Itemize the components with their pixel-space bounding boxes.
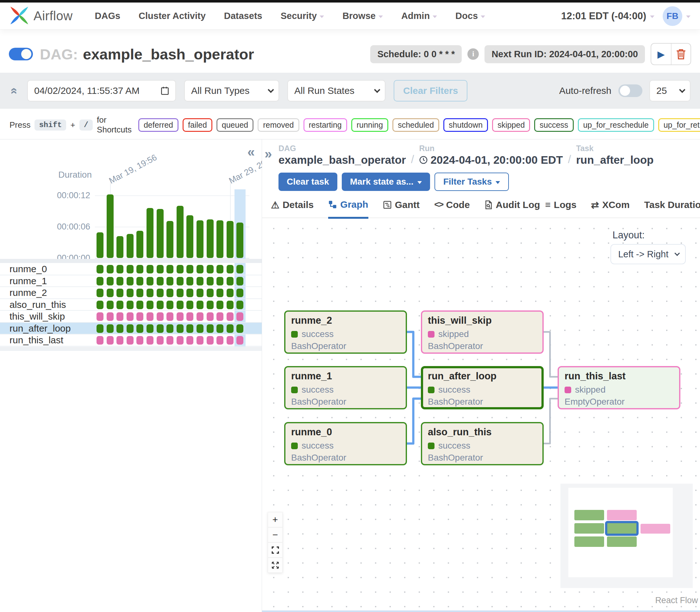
task-instance-square[interactable] xyxy=(177,301,184,309)
task-instance-square[interactable] xyxy=(107,324,113,333)
task-instance-square[interactable] xyxy=(126,289,134,297)
duration-bar[interactable] xyxy=(207,219,214,258)
task-instance-square[interactable] xyxy=(197,265,203,274)
graph-node-runme_0[interactable]: runme_0successBashOperator xyxy=(284,422,407,465)
graph-node-run_after_loop[interactable]: run_after_loopsuccessBashOperator xyxy=(421,366,544,409)
task-instance-square[interactable] xyxy=(96,289,104,297)
task-instance-square[interactable] xyxy=(117,336,123,345)
duration-bar[interactable] xyxy=(227,221,233,258)
tab-task-duration[interactable]: Task Duration xyxy=(644,199,700,217)
duration-bar[interactable] xyxy=(197,220,203,258)
task-instance-square[interactable] xyxy=(166,336,173,345)
task-instance-square[interactable] xyxy=(216,336,224,345)
clear-task-button[interactable]: Clear task xyxy=(279,172,337,191)
task-instance-square[interactable] xyxy=(186,277,193,286)
task-instance-square[interactable] xyxy=(157,265,164,274)
task-row-runme_2[interactable]: runme_2 xyxy=(0,287,262,299)
dag-pause-toggle[interactable] xyxy=(9,48,33,60)
task-instance-square[interactable] xyxy=(166,289,173,297)
task-instance-square[interactable] xyxy=(136,265,143,274)
task-instance-square[interactable] xyxy=(186,301,193,309)
task-instance-square[interactable] xyxy=(216,312,224,321)
page-size-select[interactable]: 25 xyxy=(649,80,690,101)
tab-gantt[interactable]: Gantt xyxy=(383,199,420,217)
task-instance-square[interactable] xyxy=(227,289,233,297)
breadcrumb-dag[interactable]: DAG example_bash_operator xyxy=(279,144,406,166)
minimap[interactable] xyxy=(561,484,693,588)
duration-bar[interactable] xyxy=(107,194,113,258)
task-instance-square[interactable] xyxy=(227,277,233,286)
state-badge-scheduled[interactable]: scheduled xyxy=(392,118,439,132)
task-instance-square[interactable] xyxy=(227,301,233,309)
task-instance-square[interactable] xyxy=(207,324,214,333)
graph-node-runme_1[interactable]: runme_1successBashOperator xyxy=(284,366,407,409)
task-instance-square[interactable] xyxy=(147,265,153,274)
duration-bar[interactable] xyxy=(136,231,143,258)
task-instance-square[interactable] xyxy=(166,265,173,274)
task-instance-square[interactable] xyxy=(117,301,123,309)
task-instance-square[interactable] xyxy=(207,277,214,286)
airflow-brand[interactable]: Airflow xyxy=(10,6,73,27)
task-instance-square[interactable] xyxy=(237,324,243,333)
breadcrumb-task[interactable]: Task run_after_loop xyxy=(576,144,654,166)
tab-logs[interactable]: ≡Logs xyxy=(545,199,577,217)
task-instance-square[interactable] xyxy=(216,301,224,309)
duration-bar[interactable] xyxy=(147,208,153,258)
grid-scroll-strip[interactable] xyxy=(0,347,262,351)
state-badge-up_for_reschedule[interactable]: up_for_reschedule xyxy=(578,118,654,132)
task-instance-square[interactable] xyxy=(186,289,193,297)
task-instance-square[interactable] xyxy=(237,336,243,345)
state-badge-success[interactable]: success xyxy=(534,118,574,132)
nav-item-datasets[interactable]: Datasets xyxy=(224,11,262,21)
task-instance-square[interactable] xyxy=(126,336,134,345)
task-instance-square[interactable] xyxy=(126,301,134,309)
task-instance-square[interactable] xyxy=(117,265,123,274)
task-instance-square[interactable] xyxy=(157,289,164,297)
state-badge-up_for_retry[interactable]: up_for_retry xyxy=(658,118,700,132)
trigger-dag-button[interactable]: ▶ xyxy=(651,44,671,65)
task-row-also_run_this[interactable]: also_run_this xyxy=(0,299,262,311)
fullscreen-button[interactable] xyxy=(268,558,283,573)
task-instance-square[interactable] xyxy=(216,289,224,297)
graph-canvas[interactable]: Layout: Left -> Right runme_2successBash… xyxy=(262,218,700,612)
duration-bar[interactable] xyxy=(177,206,184,258)
run-states-select[interactable]: All Run States xyxy=(287,80,386,101)
task-instance-square[interactable] xyxy=(136,324,143,333)
task-instance-square[interactable] xyxy=(96,277,104,286)
task-instance-square[interactable] xyxy=(237,265,243,274)
task-instance-square[interactable] xyxy=(186,312,193,321)
task-instance-square[interactable] xyxy=(147,312,153,321)
graph-node-this_will_skip[interactable]: this_will_skipskippedBashOperator xyxy=(421,310,544,354)
state-badge-queued[interactable]: queued xyxy=(216,118,254,132)
duration-bar[interactable] xyxy=(117,236,123,258)
tab-audit-log[interactable]: Audit Log xyxy=(484,199,531,218)
task-instance-square[interactable] xyxy=(157,324,164,333)
auto-refresh-toggle[interactable] xyxy=(618,84,642,97)
tab-code[interactable]: <>Code xyxy=(434,199,470,217)
task-instance-square[interactable] xyxy=(216,277,224,286)
zoom-out-button[interactable]: − xyxy=(268,527,283,542)
task-instance-square[interactable] xyxy=(207,301,214,309)
task-instance-square[interactable] xyxy=(207,312,214,321)
task-instance-square[interactable] xyxy=(157,336,164,345)
task-row-runme_1[interactable]: runme_1 xyxy=(0,275,262,287)
info-icon[interactable]: i xyxy=(467,48,479,60)
task-instance-square[interactable] xyxy=(117,277,123,286)
task-instance-square[interactable] xyxy=(136,289,143,297)
task-instance-square[interactable] xyxy=(207,336,214,345)
task-instance-square[interactable] xyxy=(237,312,243,321)
filter-tasks-button[interactable]: Filter Tasks xyxy=(434,172,509,191)
task-instance-square[interactable] xyxy=(227,265,233,274)
state-badge-skipped[interactable]: skipped xyxy=(492,118,530,132)
clock-menu[interactable]: 12:01 EDT (-04:00) xyxy=(561,11,655,22)
collapse-grid-icon[interactable]: « xyxy=(247,144,255,159)
task-instance-square[interactable] xyxy=(186,324,193,333)
task-instance-square[interactable] xyxy=(227,324,233,333)
state-badge-running[interactable]: running xyxy=(351,118,388,132)
duration-bar[interactable] xyxy=(237,223,243,258)
task-instance-square[interactable] xyxy=(177,312,184,321)
task-instance-square[interactable] xyxy=(96,265,104,274)
task-instance-square[interactable] xyxy=(177,265,184,274)
task-instance-square[interactable] xyxy=(107,277,113,286)
task-instance-square[interactable] xyxy=(147,277,153,286)
